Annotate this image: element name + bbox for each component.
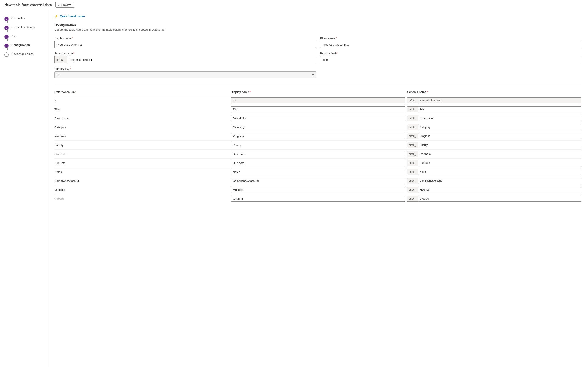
schema-column-input[interactable] <box>418 187 581 192</box>
primary-field-label: Primary field* <box>320 52 581 55</box>
step-label-review: Review and finish <box>11 52 33 56</box>
primary-key-group: Primary key* ID <box>54 67 316 78</box>
schema-column-input[interactable] <box>418 196 581 201</box>
schema-column-input[interactable] <box>418 107 581 112</box>
external-column-label: Title <box>54 108 229 111</box>
schema-column-field: crfb6_ <box>407 97 581 103</box>
table-row: StartDatecrfb6_ <box>54 150 581 158</box>
table-row: Progresscrfb6_ <box>54 132 581 141</box>
header-ext-col: External column <box>54 90 229 94</box>
schema-column-prefix: crfb6_ <box>407 187 418 192</box>
schema-column-input[interactable] <box>418 151 581 157</box>
primary-key-select[interactable]: ID <box>54 71 316 78</box>
table-row: DueDatecrfb6_ <box>54 158 581 167</box>
schema-column-prefix: crfb6_ <box>407 169 418 175</box>
display-name-column-input[interactable] <box>231 187 405 193</box>
schema-name-group: Schema name* crfb6_ <box>54 52 316 63</box>
primary-key-row: Primary key* ID <box>54 67 581 78</box>
plural-name-label: Plural name* <box>320 37 581 40</box>
primary-field-group: Primary field* <box>320 52 581 63</box>
schema-column-input <box>418 98 581 103</box>
columns-section: External column Display name* Schema nam… <box>54 89 581 203</box>
external-column-label: DueDate <box>54 161 229 165</box>
table-row: ComplianceAssetIdcrfb6_ <box>54 176 581 185</box>
primary-key-select-wrapper[interactable]: ID <box>54 71 316 78</box>
step-label-connection: Connection <box>11 17 26 20</box>
schema-column-field: crfb6_ <box>407 106 581 112</box>
quick-format-button[interactable]: ⚡ Quick format names <box>54 14 581 18</box>
schema-column-prefix: crfb6_ <box>407 116 418 121</box>
schema-column-field: crfb6_ <box>407 115 581 121</box>
schema-column-input[interactable] <box>418 124 581 130</box>
preview-label: Preview <box>61 3 71 7</box>
external-column-label: Priority <box>54 143 229 147</box>
display-name-input[interactable] <box>54 41 316 48</box>
display-name-column-input[interactable] <box>231 115 405 121</box>
table-row: Createdcrfb6_ <box>54 194 581 203</box>
external-column-label: ID <box>54 99 229 102</box>
schema-column-field: crfb6_ <box>407 142 581 148</box>
schema-column-input[interactable] <box>418 133 581 139</box>
table-row: Descriptioncrfb6_ <box>54 114 581 123</box>
step-label-configuration: Configuration <box>11 43 30 47</box>
step-circle-data: ✓ <box>4 35 9 39</box>
quick-format-icon: ⚡ <box>54 14 58 18</box>
display-name-column-input[interactable] <box>231 142 405 148</box>
schema-column-prefix: crfb6_ <box>407 107 418 112</box>
schema-column-prefix: crfb6_ <box>407 151 418 157</box>
step-circle-connection-details: ✓ <box>4 26 9 30</box>
primary-field-input[interactable] <box>320 56 581 63</box>
table-row: Prioritycrfb6_ <box>54 141 581 150</box>
schema-column-input[interactable] <box>418 160 581 166</box>
schema-name-label: Schema name* <box>54 52 316 55</box>
section-desc: Update the table name and details of the… <box>54 28 581 31</box>
section-title: Configuration <box>54 23 581 27</box>
schema-column-prefix: crfb6_ <box>407 196 418 201</box>
step-label-data: Data <box>11 34 17 38</box>
display-name-column-input[interactable] <box>231 151 405 157</box>
app-title: New table from external data <box>4 3 52 7</box>
schema-column-input[interactable] <box>418 142 581 148</box>
name-row: Display name* Plural name* <box>54 37 581 48</box>
plural-name-input[interactable] <box>320 41 581 48</box>
display-name-group: Display name* <box>54 37 316 48</box>
plural-name-group: Plural name* <box>320 37 581 48</box>
quick-format-label: Quick format names <box>60 15 85 18</box>
schema-column-prefix: crfb6_ <box>407 133 418 139</box>
schema-column-input[interactable] <box>418 169 581 175</box>
external-column-label: Description <box>54 117 229 120</box>
sidebar: ✓Connection✓Connection details✓Data✓Conf… <box>0 10 48 367</box>
display-name-column-input[interactable] <box>231 178 405 184</box>
table-row: Modifiedcrfb6_ <box>54 185 581 194</box>
table-row: Categorycrfb6_ <box>54 123 581 132</box>
external-column-label: Created <box>54 197 229 200</box>
columns-header: External column Display name* Schema nam… <box>54 89 581 96</box>
preview-button[interactable]: △ Preview <box>55 2 74 8</box>
display-name-column-input <box>231 97 405 103</box>
schema-column-input[interactable] <box>418 178 581 184</box>
schema-name-field: crfb6_ <box>54 56 316 63</box>
table-row: Titlecrfb6_ <box>54 105 581 114</box>
schema-column-input[interactable] <box>418 116 581 121</box>
external-column-label: Progress <box>54 135 229 138</box>
schema-column-prefix: crfb6_ <box>407 160 418 166</box>
primary-key-label: Primary key* <box>54 67 316 70</box>
schema-column-prefix: crfb6_ <box>407 178 418 184</box>
display-name-column-input[interactable] <box>231 133 405 139</box>
display-name-column-input[interactable] <box>231 124 405 130</box>
schema-column-field: crfb6_ <box>407 169 581 175</box>
display-name-column-input[interactable] <box>231 106 405 112</box>
schema-column-field: crfb6_ <box>407 124 581 130</box>
display-name-column-input[interactable] <box>231 160 405 166</box>
display-name-column-input[interactable] <box>231 196 405 202</box>
table-row: IDcrfb6_ <box>54 96 581 105</box>
display-name-column-input[interactable] <box>231 169 405 175</box>
schema-column-field: crfb6_ <box>407 178 581 184</box>
external-column-label: StartDate <box>54 152 229 156</box>
step-circle-configuration: ✓ <box>4 43 9 48</box>
step-label-connection-details: Connection details <box>11 25 35 29</box>
sidebar-step-review[interactable]: Review and finish <box>0 50 48 59</box>
schema-name-input[interactable] <box>67 56 315 63</box>
step-circle-connection: ✓ <box>4 17 9 21</box>
display-name-label: Display name* <box>54 37 316 40</box>
